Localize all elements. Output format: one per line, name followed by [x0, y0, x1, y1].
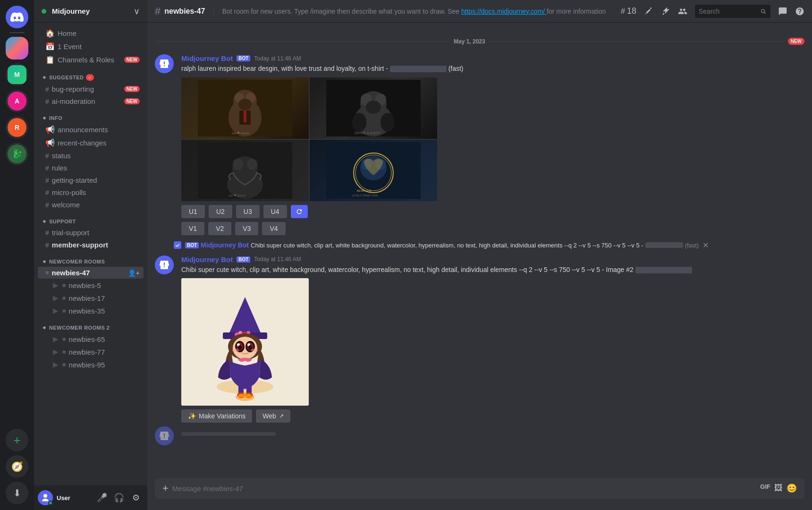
svg-point-22 [247, 159, 257, 170]
hash-icon: # [45, 85, 49, 93]
u4-button[interactable]: U4 [263, 205, 287, 218]
channel-newbies-65[interactable]: ▶ ≡ newbies-65 [38, 333, 144, 345]
members-btn[interactable] [678, 7, 687, 16]
notification-row: BOT Midjourney Bot Chibi super cute witc… [147, 239, 812, 252]
calendar-icon: 📅 [45, 42, 55, 51]
help-btn[interactable] [795, 7, 804, 16]
svg-point-49 [238, 345, 242, 350]
channel-bug-reporting[interactable]: # bug-reporting NEW [38, 83, 144, 95]
svg-rect-7 [244, 110, 246, 122]
server-icon-1[interactable]: M [6, 63, 28, 86]
close-notif-btn[interactable]: ✕ [702, 241, 709, 250]
search-box[interactable] [695, 5, 770, 18]
hash-icon-8: # [45, 229, 49, 237]
channel-micro-polls[interactable]: # micro-polls [38, 187, 144, 198]
date-label: May 1, 2023 [454, 38, 485, 45]
channel-newbies-17[interactable]: ▶ ≡ newbies-17 [38, 292, 144, 304]
message-header-1: Midjourney Bot BOT Today at 11:46 AM [181, 54, 804, 62]
docs-link[interactable]: https://docs.midjourney.com/ [461, 8, 547, 15]
forum-icon-7: ≡ [62, 361, 66, 368]
new-badge: NEW [124, 57, 140, 63]
inbox-btn[interactable] [778, 7, 787, 16]
add-attachment-btn[interactable]: + [162, 482, 169, 494]
channel-newbies-77[interactable]: ▶ ≡ newbies-77 [38, 346, 144, 358]
channel-recent-changes[interactable]: 📢 recent-changes [38, 136, 144, 149]
channel-sidebar: Midjourney ∨ 🏠 Home 📅 1 Event 📋 Channels… [34, 0, 147, 510]
sticker-btn[interactable]: 🖼 [774, 483, 783, 493]
category-newcomer-rooms[interactable]: NEWCOMER ROOMS [34, 251, 147, 266]
channel-member-support[interactable]: # member-support [38, 239, 144, 251]
witch-image-container[interactable] [181, 278, 309, 406]
megaphone-icon-2: 📢 [45, 138, 55, 147]
bear-image-2[interactable]: DAYLIE & ALERY [310, 77, 437, 139]
loading-bar [181, 432, 276, 436]
channel-rules[interactable]: # rules [38, 162, 144, 174]
discord-home-icon[interactable] [6, 6, 28, 28]
messages-area[interactable]: May 1, 2023 NEW Midjourney Bot BOT Today… [147, 23, 812, 478]
divider-line-left [155, 41, 450, 42]
channel-trial-support[interactable]: # trial-support [38, 227, 144, 238]
server-divider [9, 32, 25, 33]
category-suggested[interactable]: SUGGESTED ○ [34, 67, 147, 83]
web-button[interactable]: Web ↗ [256, 409, 290, 423]
u1-button[interactable]: U1 [181, 205, 205, 218]
channel-newbies-95[interactable]: ▶ ≡ newbies-95 [38, 358, 144, 371]
collapse-icon-3: ▶ [53, 306, 59, 315]
server-icon-2[interactable]: A [6, 90, 28, 112]
user-online-dot [48, 501, 53, 505]
u3-button[interactable]: U3 [236, 205, 260, 218]
add-server-icon[interactable]: + [6, 429, 28, 451]
bear-image-4[interactable]: BEAR LIFE LOYALTY TRUST LOVE [310, 140, 437, 201]
category-newcomer-rooms-2[interactable]: NEWCOMER ROOMS 2 [34, 317, 147, 332]
bear-image-1[interactable]: Jan ❤ David [181, 77, 309, 139]
channel-announcements[interactable]: 📢 announcements [38, 123, 144, 136]
message-header-2: Midjourney Bot BOT Today at 11:46 AM [181, 255, 804, 264]
category-support[interactable]: SUPPORT [34, 211, 147, 226]
server-icon-3[interactable]: R [6, 116, 28, 139]
svg-point-5 [238, 99, 252, 110]
midjourney-server-icon[interactable] [6, 37, 28, 60]
message-text-1: ralph lauren inspired bear desgin, with … [181, 64, 804, 74]
channel-newbies-5[interactable]: ▶ ≡ newbies-5 [38, 279, 144, 291]
sidebar-item-channels-roles[interactable]: 📋 Channels & Roles NEW [38, 53, 144, 66]
sparkle-icon: ✨ [188, 412, 196, 420]
new-badge-ai: NEW [124, 98, 140, 104]
channel-newbies-35[interactable]: ▶ ≡ newbies-35 [38, 305, 144, 317]
v4-button[interactable]: V4 [262, 222, 285, 235]
u2-button[interactable]: U2 [209, 205, 232, 218]
server-header[interactable]: Midjourney ∨ [34, 0, 147, 23]
edit-btn[interactable] [644, 7, 653, 16]
emoji-btn[interactable]: 😊 [787, 483, 797, 493]
explore-icon[interactable]: 🧭 [6, 455, 28, 478]
message-input-box[interactable]: + GIF 🖼 😊 [155, 478, 804, 499]
gif-btn[interactable]: GIF [760, 483, 770, 493]
channel-header: # newbies-47 | Bot room for new users. T… [147, 0, 812, 23]
refresh-button[interactable] [291, 205, 308, 218]
channel-status[interactable]: # status [38, 150, 144, 162]
channel-welcome[interactable]: # welcome [38, 199, 144, 211]
bear-image-3[interactable]: Jan ❤ David [181, 140, 309, 201]
channel-newbies-47[interactable]: ≡ newbies-47 👤+ [38, 267, 144, 279]
hash-count-btn[interactable]: # 18 [621, 6, 636, 16]
sidebar-item-event[interactable]: 📅 1 Event [38, 40, 144, 53]
author-1: Midjourney Bot [181, 54, 233, 62]
collapse-icon-4: ▶ [53, 335, 59, 343]
new-badge-divider: NEW [788, 38, 804, 45]
channel-ai-moderation[interactable]: # ai-moderation NEW [38, 95, 144, 107]
deafen-btn[interactable]: 🎧 [111, 490, 127, 505]
sidebar-item-home[interactable]: 🏠 Home [38, 27, 144, 40]
v3-button[interactable]: V3 [235, 222, 258, 235]
download-icon[interactable]: ⬇ [6, 482, 28, 504]
v1-button[interactable]: V1 [181, 222, 204, 235]
channel-header-name: newbies-47 [164, 7, 205, 16]
pin-btn[interactable] [661, 7, 670, 16]
mute-btn[interactable]: 🎤 [94, 490, 110, 505]
message-input[interactable] [172, 484, 756, 493]
make-variations-button[interactable]: ✨ Make Variations [181, 409, 252, 423]
search-input[interactable] [699, 8, 756, 15]
v2-button[interactable]: V2 [208, 222, 231, 235]
channel-getting-started[interactable]: # getting-started [38, 174, 144, 186]
settings-btn[interactable]: ⚙ [128, 490, 144, 505]
category-info[interactable]: INFO [34, 108, 147, 123]
server-icon-4[interactable]: 🐉 [6, 143, 28, 165]
